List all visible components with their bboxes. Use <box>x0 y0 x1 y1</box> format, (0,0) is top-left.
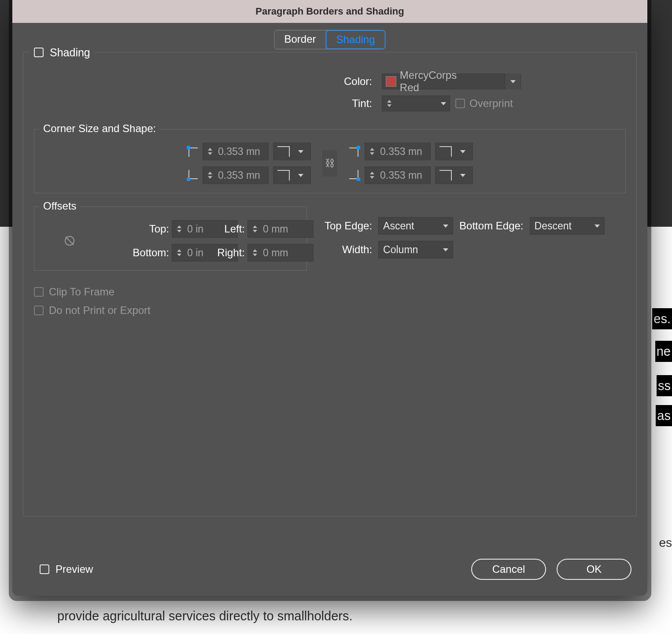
cancel-button[interactable]: Cancel <box>471 559 546 580</box>
bg-snip: es. <box>652 308 672 329</box>
color-select[interactable]: MercyCorps Red <box>382 74 521 89</box>
ok-button[interactable]: OK <box>557 559 631 580</box>
corner-tr-shape[interactable] <box>435 143 473 160</box>
preview-label: Preview <box>55 563 93 575</box>
bg-bottom-text: provide agricultural services directly t… <box>57 609 352 623</box>
tint-row: Tint: Overprint <box>34 96 626 111</box>
corner-shape-icon <box>438 145 453 158</box>
offset-right-field[interactable]: 0 mm <box>247 244 314 262</box>
width-label: Width: <box>325 243 372 256</box>
color-label: Color: <box>139 75 377 88</box>
tint-field[interactable] <box>382 96 450 111</box>
link-corners-icon[interactable]: ⛓ <box>322 150 337 177</box>
offsets-fieldset: Offsets Top: 0 in Left: 0 mm Bottom: 0 i… <box>34 206 307 271</box>
tint-dropdown-icon[interactable] <box>437 96 450 111</box>
corner-bl-field[interactable]: 0.353 mn <box>203 166 269 184</box>
top-edge-label: Top Edge: <box>325 220 372 232</box>
corner-shape-icon <box>276 145 291 158</box>
corner-fieldset: Corner Size and Shape: 0.353 mn 0.353 mn <box>34 129 626 193</box>
dialog-title: Paragraph Borders and Shading <box>12 0 647 23</box>
preview-checkbox[interactable] <box>40 564 49 574</box>
background-text-snips: es. ne ss as <box>652 308 672 426</box>
top-edge-select[interactable]: Ascent <box>378 217 453 235</box>
no-export-label: Do not Print or Export <box>49 304 151 317</box>
bg-snip: ne <box>655 341 672 362</box>
tint-label: Tint: <box>139 97 377 110</box>
overprint-option: Overprint <box>455 97 513 110</box>
corner-tl-icon <box>187 146 198 157</box>
preview-option[interactable]: Preview <box>40 563 93 575</box>
offset-right-label: Right: <box>192 247 245 259</box>
clip-to-frame-row: Clip To Frame <box>34 286 626 298</box>
corner-tr-icon <box>349 146 360 157</box>
tab-shading[interactable]: Shading <box>325 30 385 49</box>
link-offsets-icon[interactable] <box>63 234 76 247</box>
shading-legend-label: Shading <box>50 46 90 59</box>
corner-tl-shape[interactable] <box>273 143 311 160</box>
tint-stepper[interactable] <box>382 96 396 111</box>
clip-to-frame-label: Clip To Frame <box>49 286 114 298</box>
dialog-body: Border Shading Shading Color: MercyCorps… <box>12 23 647 559</box>
bottom-edge-label: Bottom Edge: <box>459 220 523 232</box>
offset-top-label: Top: <box>99 223 169 235</box>
width-select[interactable]: Column <box>378 241 453 258</box>
offsets-legend: Offsets <box>40 200 80 212</box>
color-swatch-icon <box>386 76 396 87</box>
shading-enable-checkbox[interactable] <box>34 48 44 57</box>
dialog-footer: Preview Cancel OK <box>12 559 647 596</box>
clip-to-frame-checkbox <box>34 287 44 297</box>
corner-br-field[interactable]: 0.353 mn <box>365 166 431 184</box>
corner-tl-field[interactable]: 0.353 mn <box>203 143 269 160</box>
offset-left-field[interactable]: 0 mm <box>247 220 314 238</box>
offset-bottom-label: Bottom: <box>99 247 169 259</box>
no-export-row: Do not Print or Export <box>34 304 626 317</box>
corner-bl-icon <box>187 170 198 181</box>
overprint-label: Overprint <box>469 97 513 110</box>
shading-legend[interactable]: Shading <box>30 45 95 59</box>
corner-legend: Corner Size and Shape: <box>40 122 159 135</box>
bg-right-frag: es <box>659 536 672 550</box>
shading-panel: Shading Color: MercyCorps Red Tint: <box>23 52 637 516</box>
corner-shape-icon <box>276 169 291 182</box>
tab-switcher: Border Shading <box>274 30 385 49</box>
offset-left-label: Left: <box>192 223 245 235</box>
overprint-checkbox <box>455 99 465 108</box>
dialog: Paragraph Borders and Shading Border Sha… <box>12 0 647 596</box>
color-value: MercyCorps Red <box>400 69 505 94</box>
corners-grid: 0.353 mn 0.353 mn ⛓ 0.353 mn <box>43 143 617 184</box>
edge-width-grid: Top Edge: Ascent Bottom Edge: Descent Wi… <box>325 217 605 258</box>
corner-br-shape[interactable] <box>435 166 473 184</box>
color-row: Color: MercyCorps Red <box>34 74 626 89</box>
lower-checks: Clip To Frame Do not Print or Export <box>34 286 626 317</box>
no-export-checkbox <box>34 306 44 315</box>
corner-shape-icon <box>438 169 453 182</box>
corner-bl-shape[interactable] <box>273 166 311 184</box>
bg-snip: as <box>656 405 672 426</box>
bottom-edge-select[interactable]: Descent <box>530 217 605 235</box>
corner-br-icon <box>349 170 360 181</box>
color-dropdown-icon[interactable] <box>505 74 521 89</box>
bg-snip: ss <box>657 375 672 396</box>
tab-border[interactable]: Border <box>274 30 326 49</box>
corner-tr-field[interactable]: 0.353 mn <box>365 143 431 160</box>
